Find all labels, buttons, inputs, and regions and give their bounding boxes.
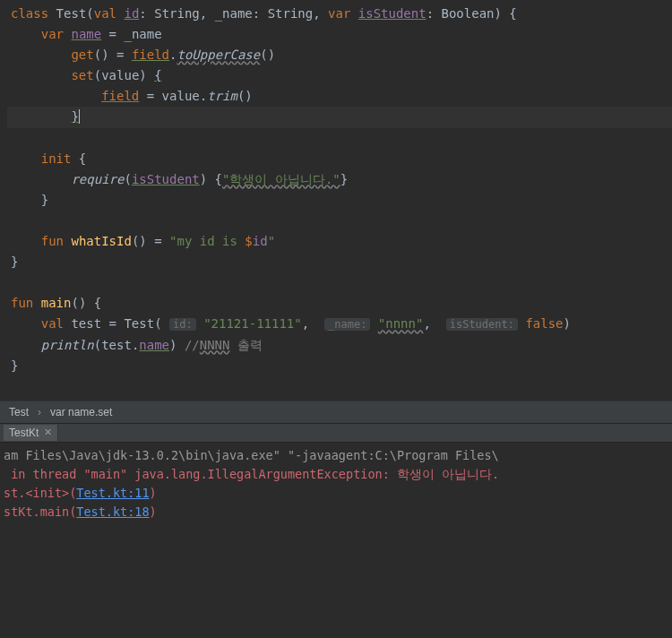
breadcrumb-item[interactable]: Test: [9, 406, 29, 418]
text: stKt.main(: [4, 504, 76, 519]
ref-id: id: [253, 234, 268, 248]
comment-nnnn: NNNN: [200, 338, 230, 352]
tab-testkt[interactable]: TestKt ✕: [4, 425, 58, 441]
kw-val: val: [41, 316, 64, 331]
console-error-line: in thread "main" java.lang.IllegalArgume…: [4, 465, 672, 484]
method-touppercase: toUpperCase: [177, 47, 260, 62]
kw-get: get: [71, 47, 93, 62]
text: (: [86, 6, 93, 21]
fn-whatisid: whatIsId: [71, 234, 131, 248]
param-hint-isstudent: isStudent:: [446, 318, 518, 331]
text: : Boolean) {: [426, 6, 517, 21]
text: : String, _name: String,: [139, 6, 328, 21]
string-literal: "my id is: [169, 234, 245, 248]
text: (): [260, 47, 275, 62]
text: ): [150, 486, 157, 500]
tab-label: TestKt: [9, 427, 39, 439]
kw-field: field: [101, 89, 139, 103]
text: test = Test(: [64, 316, 169, 331]
kw-var: var: [328, 6, 350, 21]
text: ): [169, 338, 185, 352]
kw-fun: fun: [41, 234, 64, 248]
run-console[interactable]: am Files\Java\jdk-13.0.2\bin\java.exe" "…: [0, 443, 672, 525]
kw-val: val: [94, 6, 116, 21]
string-literal: "21121-11111": [203, 316, 302, 331]
text: (: [124, 172, 131, 186]
kw-var: var: [41, 27, 64, 41]
ref-name: name: [139, 338, 169, 352]
brace: }: [11, 254, 18, 269]
text: ): [564, 316, 571, 331]
param-hint-name: _name:: [324, 318, 370, 331]
fn-println: println: [41, 338, 94, 352]
kw-fun: fun: [11, 296, 33, 310]
string-literal: ": [268, 234, 275, 248]
fn-main: main: [41, 296, 72, 310]
string-literal: "nnnn": [378, 316, 424, 331]
comment: //: [185, 338, 200, 352]
console-error-line: st.<init>(Test.kt:11): [4, 484, 672, 503]
kw-set: set: [71, 68, 93, 82]
breadcrumb[interactable]: Test › var name.set: [0, 401, 672, 423]
prop-id: id: [124, 6, 139, 21]
param-hint-id: id:: [169, 318, 196, 331]
breadcrumb-item[interactable]: var name.set: [50, 406, 112, 418]
text: }: [340, 172, 348, 186]
brace: }: [71, 109, 78, 124]
prop-name: name: [71, 27, 101, 41]
text: (test.: [94, 338, 140, 352]
ref-isstudent: isStudent: [132, 172, 200, 186]
method-trim: trim: [207, 89, 237, 103]
text: () =: [132, 234, 169, 248]
text: {: [71, 151, 86, 166]
brace: }: [11, 358, 18, 373]
text: () =: [94, 47, 132, 62]
run-tabbar: TestKt ✕: [0, 423, 672, 443]
brace: }: [41, 193, 48, 207]
fn-require: require: [71, 172, 124, 186]
code-editor[interactable]: class Test(val id: String, _name: String…: [0, 0, 672, 401]
text: = value.: [139, 89, 207, 103]
text: ) {: [200, 172, 222, 186]
text: (value): [94, 68, 154, 82]
text: (): [237, 89, 253, 103]
brace: {: [154, 68, 161, 82]
text: st.<init>(: [4, 486, 76, 500]
text: ,: [423, 316, 445, 331]
text-cursor: [79, 109, 80, 124]
dollar: $: [245, 234, 252, 248]
text: ): [150, 504, 157, 519]
kw-class: class: [11, 6, 48, 21]
console-line: am Files\Java\jdk-13.0.2\bin\java.exe" "…: [4, 446, 672, 465]
kw-false: false: [525, 316, 563, 331]
text: = _name: [101, 27, 161, 41]
kw-init: init: [41, 151, 72, 166]
kw-field: field: [132, 47, 169, 62]
close-icon[interactable]: ✕: [44, 427, 52, 438]
console-error-line: stKt.main(Test.kt:18): [4, 503, 672, 522]
comment-tail: 출력: [229, 338, 262, 352]
stacktrace-link[interactable]: Test.kt:11: [76, 486, 149, 500]
text: ,: [302, 316, 324, 331]
chevron-right-icon: ›: [38, 406, 41, 418]
stacktrace-link[interactable]: Test.kt:18: [76, 504, 149, 519]
string-literal: "학생이 아닙니다.": [222, 172, 340, 186]
class-name: Test: [56, 6, 87, 21]
prop-isstudent: isStudent: [358, 6, 426, 21]
text: () {: [71, 296, 101, 310]
